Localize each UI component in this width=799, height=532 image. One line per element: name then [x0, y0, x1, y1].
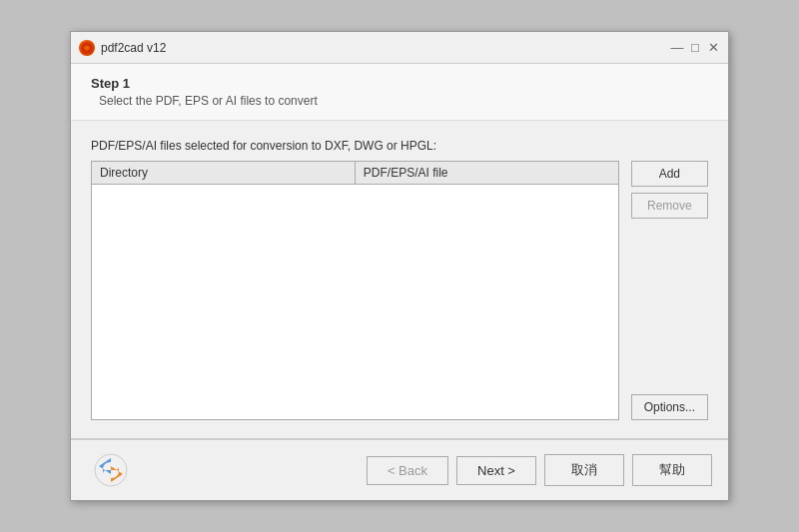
- title-bar-left: pdf2cad v12: [79, 40, 166, 56]
- options-button[interactable]: Options...: [631, 394, 708, 420]
- col-directory-header: Directory: [92, 162, 356, 184]
- side-top-buttons: Add Remove: [631, 161, 708, 219]
- cancel-button[interactable]: 取消: [544, 454, 624, 486]
- step-title: Step 1: [91, 76, 708, 91]
- add-button[interactable]: Add: [631, 161, 708, 187]
- col-file-header: PDF/EPS/AI file: [356, 162, 618, 184]
- back-button[interactable]: < Back: [367, 456, 448, 485]
- minimize-button[interactable]: —: [670, 41, 684, 55]
- remove-button[interactable]: Remove: [631, 193, 708, 219]
- app-icon: [79, 40, 95, 56]
- content-area: PDF/EPS/AI files selected for conversion…: [71, 121, 728, 438]
- close-button[interactable]: ✕: [706, 41, 720, 55]
- help-button[interactable]: 幫助: [632, 454, 712, 486]
- table-header: Directory PDF/EPS/AI file: [92, 162, 618, 185]
- files-container: Directory PDF/EPS/AI file Add Remove Opt…: [91, 161, 708, 420]
- logo-icon: [89, 452, 133, 488]
- step-header: Step 1 Select the PDF, EPS or AI files t…: [71, 64, 728, 121]
- main-window: pdf2cad v12 — □ ✕ Step 1 Select the PDF,…: [70, 31, 729, 501]
- next-button[interactable]: Next >: [456, 456, 536, 485]
- table-body: [92, 185, 618, 404]
- side-buttons-wrapper: Add Remove Options...: [631, 161, 708, 420]
- files-label: PDF/EPS/AI files selected for conversion…: [91, 139, 708, 153]
- footer-logo: [87, 450, 135, 490]
- title-bar: pdf2cad v12 — □ ✕: [71, 32, 728, 64]
- maximize-button[interactable]: □: [688, 41, 702, 55]
- window-title: pdf2cad v12: [101, 41, 166, 55]
- title-bar-controls: — □ ✕: [670, 41, 720, 55]
- file-table: Directory PDF/EPS/AI file: [91, 161, 619, 420]
- footer: < Back Next > 取消 幫助: [71, 438, 728, 500]
- step-description: Select the PDF, EPS or AI files to conve…: [99, 94, 708, 108]
